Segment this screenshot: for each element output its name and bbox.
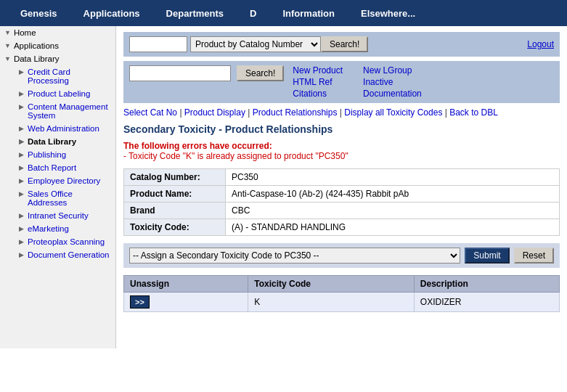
error-header: The following errors have occurred: (123, 141, 560, 151)
nav-information[interactable]: Information (269, 8, 348, 19)
sidebar-item-credit-card[interactable]: ▶ Credit Card Processing (12, 65, 115, 87)
breadcrumb-display-toxicity[interactable]: Display all Toxicity Codes (344, 107, 442, 118)
breadcrumb-select-cat[interactable]: Select Cat No (123, 107, 177, 118)
description-col-header: Description (414, 276, 559, 293)
assign-row: -- Assign a Secondary Toxicity Code to P… (123, 243, 560, 268)
sidebar-label-applications: Applications (14, 41, 59, 50)
sidebar-label-proteoplax: Proteoplax Scanning (28, 237, 105, 246)
brand-value: CBC (226, 203, 560, 219)
arrow-emarketing: ▶ (19, 225, 25, 232)
sidebar-item-document-generation[interactable]: ▶ Document Generation (12, 248, 115, 261)
logout-link[interactable]: Logout (527, 39, 554, 49)
search-row-2: Search! New Product New LGroup HTML Ref … (123, 61, 560, 103)
sidebar: ▼ Home ▼ Applications ▼ Data Library ▶ C… (0, 26, 116, 348)
sidebar-item-publishing[interactable]: ▶ Publishing (12, 148, 115, 161)
arrow-employee-directory: ▶ (19, 177, 25, 184)
assign-toxicity-dropdown[interactable]: -- Assign a Secondary Toxicity Code to P… (129, 248, 460, 264)
brand-label: Brand (124, 203, 226, 219)
catalog-search-input[interactable] (129, 36, 187, 52)
unassign-cell: >> (124, 293, 248, 312)
nav-genesis[interactable]: Genesis (7, 8, 70, 19)
search-links: New Product New LGroup HTML Ref Inactive… (293, 65, 421, 99)
sidebar-label-publishing: Publishing (28, 150, 66, 159)
table-row: Brand CBC (124, 203, 560, 219)
toxicity-label: Toxicity Code: (124, 219, 226, 236)
sidebar-label-intranet-security: Intranet Security (28, 211, 89, 220)
table-row: Toxicity Code: (A) - STANDARD HANDLING (124, 219, 560, 236)
arrow-document-generation: ▶ (19, 251, 25, 258)
catalog-number-value: PC350 (226, 169, 560, 186)
nav-departments[interactable]: Departments (153, 8, 237, 19)
search-row-1: Product by Catalog Number Product by Nam… (123, 32, 560, 57)
arrow-credit-card: ▶ (19, 68, 25, 75)
table-row: Catalog Number: PC350 (124, 169, 560, 186)
arrow-web-admin: ▶ (19, 125, 25, 132)
unassign-button[interactable]: >> (130, 295, 150, 309)
sidebar-item-home[interactable]: ▼ Home (0, 26, 115, 39)
nav-applications[interactable]: Applications (70, 8, 153, 19)
sidebar-label-home: Home (14, 28, 36, 37)
sidebar-item-web-admin[interactable]: ▶ Web Administration (12, 122, 115, 135)
sidebar-item-data-library-link[interactable]: ▶ Data Library (12, 135, 115, 148)
content-area: Product by Catalog Number Product by Nam… (116, 26, 567, 348)
breadcrumb-product-display[interactable]: Product Display (184, 107, 245, 118)
inactive-link[interactable]: Inactive (363, 77, 422, 87)
sidebar-item-product-labeling[interactable]: ▶ Product Labeling (12, 87, 115, 100)
arrow-proteoplax: ▶ (19, 238, 25, 245)
breadcrumb-product-relationships[interactable]: Product Relationships (253, 107, 338, 118)
arrow-intranet-security: ▶ (19, 212, 25, 219)
new-lgroup-link[interactable]: New LGroup (363, 65, 422, 75)
top-navigation: Genesis Applications Departments D Infor… (0, 0, 567, 26)
table-row: >> K OXIDIZER (124, 293, 560, 312)
sidebar-label-credit-card: Credit Card Processing (28, 68, 111, 85)
nav-d[interactable]: D (237, 8, 269, 19)
sidebar-item-batch-report[interactable]: ▶ Batch Report (12, 161, 115, 174)
documentation-link[interactable]: Documentation (363, 89, 422, 99)
toxicity-code-cell: K (248, 293, 415, 312)
unassign-table: Unassign Toxicity Code Description >> K … (123, 275, 560, 312)
search-button-2[interactable]: Search! (237, 65, 284, 81)
sidebar-item-proteoplax[interactable]: ▶ Proteoplax Scanning (12, 235, 115, 248)
sidebar-item-employee-directory[interactable]: ▶ Employee Directory (12, 174, 115, 187)
arrow-data-library: ▼ (4, 55, 11, 62)
sidebar-label-sales-office: Sales Office Addresses (28, 189, 111, 207)
arrow-data-library-link: ▶ (19, 138, 25, 145)
sidebar-item-emarketing[interactable]: ▶ eMarketing (12, 222, 115, 235)
nav-elsewhere[interactable]: Elsewhere... (348, 8, 428, 19)
error-box: The following errors have occurred: - To… (123, 141, 560, 161)
sidebar-label-web-admin: Web Administration (28, 124, 99, 133)
sidebar-label-data-library: Data Library (14, 54, 60, 63)
sidebar-item-cms[interactable]: ▶ Content Management System (12, 100, 115, 122)
new-product-link[interactable]: New Product (293, 65, 351, 75)
arrow-home: ▼ (4, 29, 11, 36)
arrow-batch-report: ▶ (19, 164, 25, 171)
citations-link[interactable]: Citations (293, 89, 351, 99)
sidebar-item-applications[interactable]: ▼ Applications (0, 39, 115, 52)
table-header-row: Unassign Toxicity Code Description (124, 276, 560, 293)
search-button-1[interactable]: Search! (321, 36, 368, 52)
html-ref-link[interactable]: HTML Ref (293, 77, 351, 87)
error-message: - Toxicity Code "K" is already assigned … (123, 151, 560, 161)
sidebar-item-intranet-security[interactable]: ▶ Intranet Security (12, 209, 115, 222)
product-name-label: Product Name: (124, 186, 226, 203)
sidebar-item-data-library-header[interactable]: ▼ Data Library (0, 52, 115, 65)
arrow-publishing: ▶ (19, 151, 25, 158)
sidebar-label-data-library-link: Data Library (28, 137, 76, 146)
table-row: Product Name: Anti-Caspase-10 (Ab-2) (42… (124, 186, 560, 203)
sidebar-item-sales-office[interactable]: ▶ Sales Office Addresses (12, 187, 115, 209)
submit-button[interactable]: Submit (465, 248, 509, 264)
secondary-search-input[interactable] (129, 65, 231, 81)
sidebar-label-cms: Content Management System (28, 102, 111, 120)
product-name-value: Anti-Caspase-10 (Ab-2) (424-435) Rabbit … (226, 186, 560, 203)
sidebar-label-employee-directory: Employee Directory (28, 176, 100, 185)
sidebar-label-emarketing: eMarketing (28, 224, 69, 233)
description-cell: OXIDIZER (414, 293, 559, 312)
breadcrumb-back-dbl[interactable]: Back to DBL (449, 107, 498, 118)
product-info-table: Catalog Number: PC350 Product Name: Anti… (123, 168, 560, 236)
sidebar-label-document-generation: Document Generation (28, 250, 110, 259)
unassign-col-header: Unassign (124, 276, 248, 293)
search-dropdown[interactable]: Product by Catalog Number Product by Nam… (190, 36, 321, 52)
arrow-cms: ▶ (19, 103, 25, 110)
reset-button[interactable]: Reset (514, 248, 554, 264)
arrow-sales-office: ▶ (19, 190, 25, 197)
